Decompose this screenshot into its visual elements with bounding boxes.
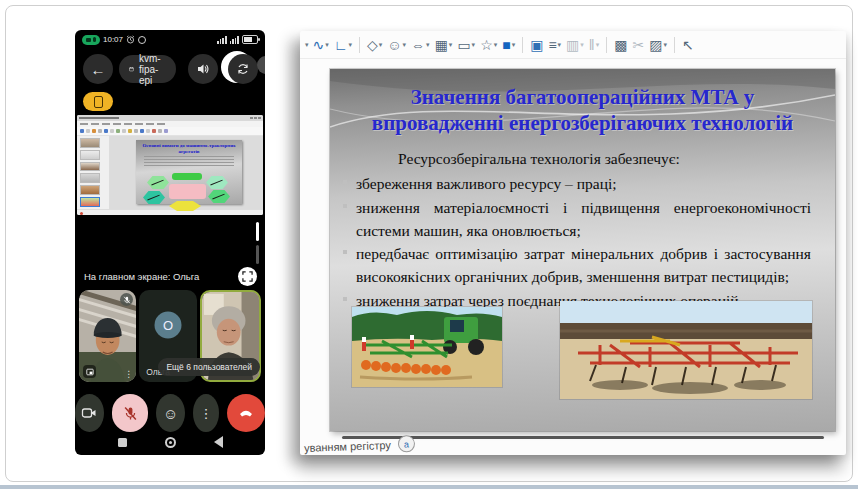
symbol-shapes-tool[interactable]: ☺▾ <box>386 38 407 52</box>
camera-icon <box>81 405 97 421</box>
room-badge[interactable] <box>83 92 113 111</box>
shadow-tool[interactable]: ▩ <box>613 38 628 52</box>
slide-thumbnail <box>80 173 100 183</box>
distribute-tool[interactable]: ‖▾ <box>588 38 600 52</box>
tile-more-icon[interactable]: ⋮ <box>124 369 133 379</box>
points-tool[interactable]: ↖ <box>681 38 695 52</box>
drawing-toolbar: ▾ ∿▾ ∟▾ ◇▾ ☺▾ ⇔▾ ▦▾ ▭▾ ☆▾ ■▾ ▣ ≡▾ ▥▾ ‖▾ … <box>300 31 846 59</box>
slide-bullet: збереження важливого ресурсу – праці; <box>356 172 811 195</box>
android-back-button[interactable] <box>214 436 223 448</box>
back-arrow-icon: ← <box>91 61 106 78</box>
signal-icon-sim2 <box>230 36 239 44</box>
back-button[interactable]: ← <box>83 54 113 84</box>
mini-slide-title: Основні вимоги до машинно-тракторних агр… <box>138 143 240 154</box>
mic-off-icon <box>123 406 138 421</box>
calendar-icon <box>129 64 134 74</box>
mini-hexagon <box>143 191 165 204</box>
mini-hexagon <box>206 176 228 189</box>
android-navbar <box>75 429 265 455</box>
slide: Значення багатоопераційних МТА у впровад… <box>330 69 835 431</box>
3d-objects-tool[interactable]: ■▾ <box>501 38 516 52</box>
phone-video-call: 10:07 ← kvm-fipa-epi <box>75 30 265 455</box>
more-participants-toast: Ещё 6 пользователей <box>158 358 260 376</box>
toggle-extrusion-tool[interactable]: ▣ <box>529 38 544 52</box>
speaker-icon <box>196 62 210 76</box>
end-call-icon <box>237 404 255 422</box>
camera-in-use-icon <box>86 38 91 42</box>
mic-in-use-icon <box>93 37 96 42</box>
participant-tile-self[interactable]: ⋮ <box>79 290 136 382</box>
reactions-button[interactable]: ☺ <box>156 394 185 432</box>
arrange-tool[interactable]: ▥▾ <box>565 38 585 52</box>
flowchart-tool[interactable]: ▦▾ <box>434 38 454 52</box>
call-header: ← kvm-fipa-epi <box>75 52 265 86</box>
stars-tool[interactable]: ☆▾ <box>479 38 498 52</box>
mic-off-icon <box>123 296 131 304</box>
meeting-code: kvm-fipa-epi <box>139 53 166 86</box>
pinned-banner-text: На главном экране: Ольга <box>84 271 199 282</box>
meeting-code-chip[interactable]: kvm-fipa-epi <box>119 55 176 83</box>
flip-camera-wrap <box>224 53 258 85</box>
signal-icon-sim1 <box>217 36 226 44</box>
call-controls: ☺ ⋮ <box>75 392 265 434</box>
end-call-button[interactable] <box>227 394 265 432</box>
page: 10:07 ← kvm-fipa-epi <box>0 0 858 489</box>
block-arrows-tool[interactable]: ⇔▾ <box>410 38 431 52</box>
mini-slide-panel <box>77 136 110 209</box>
home-button[interactable] <box>165 437 176 448</box>
freeform-curve-tool[interactable]: ∿▾ <box>312 38 330 52</box>
presentation-window: ▾ ∿▾ ∟▾ ◇▾ ☺▾ ⇔▾ ▦▾ ▭▾ ☆▾ ■▾ ▣ ≡▾ ▥▾ ‖▾ … <box>300 31 846 455</box>
match-case-icon[interactable]: a <box>397 435 415 453</box>
slide-thumbnail-selected <box>80 197 100 207</box>
mini-slide: Основні вимоги до машинно-тракторних агр… <box>136 140 242 204</box>
connector-tool[interactable]: ∟▾ <box>333 38 353 52</box>
mini-pink-box <box>169 184 206 199</box>
more-options-button[interactable]: ⋮ <box>193 394 219 432</box>
recents-button[interactable] <box>118 438 127 447</box>
photo-green-disc-harrow <box>352 307 502 387</box>
crop-tool[interactable]: ✂ <box>631 38 645 52</box>
notification-icon <box>138 36 146 44</box>
photo-red-cultivator <box>560 301 812 399</box>
slide-thumbnail <box>80 150 100 160</box>
callouts-tool[interactable]: ▭▾ <box>456 38 476 52</box>
camera-mic-in-use-indicator <box>82 35 100 45</box>
slide-thumbnail <box>80 185 100 195</box>
more-icon: ⋮ <box>200 407 213 420</box>
camera-toggle-button[interactable] <box>75 394 104 432</box>
audio-output-button[interactable] <box>188 54 218 84</box>
status-time: 10:07 <box>103 35 123 44</box>
page-bottom-strip <box>0 485 858 489</box>
pip-screen-icon[interactable] <box>83 365 96 378</box>
mini-statusbar <box>77 209 263 215</box>
align-tool[interactable]: ≡▾ <box>547 38 562 52</box>
flip-camera-button[interactable] <box>228 54 258 84</box>
door-icon <box>94 96 103 108</box>
mic-toggle-button[interactable] <box>112 394 148 432</box>
phone-status-bar: 10:07 <box>75 33 265 46</box>
screen-share-view: Основні вимоги до машинно-тракторних агр… <box>77 115 263 215</box>
flip-camera-icon <box>236 62 250 76</box>
slide-bullet: передбачає оптимізацію затрат мінеральни… <box>356 242 811 289</box>
toolbar-separator <box>359 37 360 53</box>
mini-workspace: Основні вимоги до машинно-тракторних агр… <box>77 136 263 209</box>
battery-icon <box>242 35 258 44</box>
mini-green-pill <box>172 173 202 180</box>
volume-indicator[interactable] <box>256 222 259 268</box>
toolbar-overflow-caret[interactable]: ▾ <box>305 41 309 49</box>
mini-hexagon <box>208 190 230 203</box>
slide-bullet: зниження матеріалоємності і підвищення е… <box>356 196 811 243</box>
slide-thumbnail <box>80 162 100 172</box>
find-option-label: уванням регістру <box>304 438 391 453</box>
fullscreen-icon <box>242 271 253 282</box>
fullscreen-button[interactable] <box>238 267 257 286</box>
toolbar-separator <box>522 37 523 53</box>
toolbar-separator <box>674 37 675 53</box>
basic-shapes-tool[interactable]: ◇▾ <box>366 38 383 52</box>
filter-tool[interactable]: ▨▾ <box>648 38 668 52</box>
find-toolbar: уванням регістру a <box>304 435 415 456</box>
pinned-banner: На главном экране: Ольга <box>84 266 257 286</box>
avatar: О <box>154 311 181 338</box>
emoji-icon: ☺ <box>163 406 178 421</box>
alarm-icon <box>126 35 135 44</box>
